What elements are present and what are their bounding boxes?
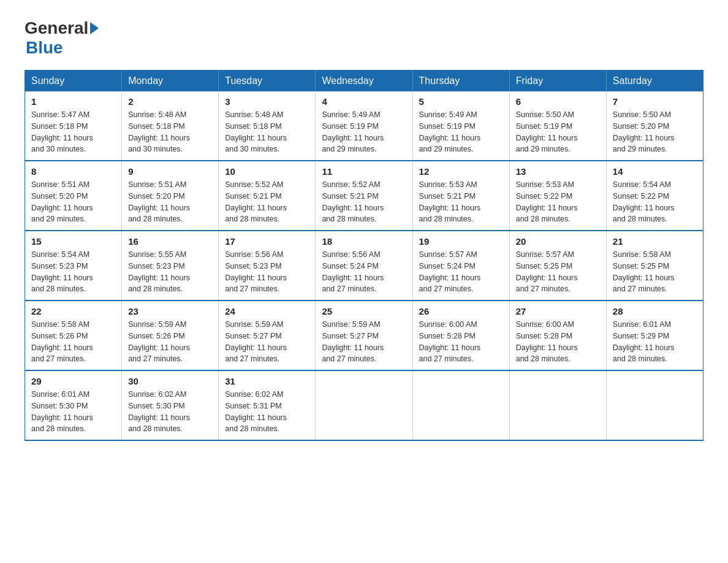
day-info: Sunrise: 5:51 AMSunset: 5:20 PMDaylight:… [31,179,115,225]
day-info: Sunrise: 5:58 AMSunset: 5:25 PMDaylight:… [613,249,697,295]
calendar-cell: 2Sunrise: 5:48 AMSunset: 5:18 PMDaylight… [122,91,219,161]
day-number: 18 [322,236,406,247]
calendar-cell [509,370,606,440]
day-number: 6 [516,96,600,107]
day-info: Sunrise: 5:57 AMSunset: 5:24 PMDaylight:… [419,249,503,295]
day-info: Sunrise: 5:55 AMSunset: 5:23 PMDaylight:… [128,249,212,295]
day-info: Sunrise: 6:00 AMSunset: 5:28 PMDaylight:… [419,319,503,365]
day-info: Sunrise: 5:50 AMSunset: 5:20 PMDaylight:… [613,109,697,155]
day-number: 7 [613,96,697,107]
calendar-cell: 21Sunrise: 5:58 AMSunset: 5:25 PMDayligh… [606,231,703,301]
calendar-cell: 15Sunrise: 5:54 AMSunset: 5:23 PMDayligh… [25,231,122,301]
calendar-cell: 20Sunrise: 5:57 AMSunset: 5:25 PMDayligh… [509,231,606,301]
day-info: Sunrise: 6:02 AMSunset: 5:31 PMDaylight:… [225,389,309,435]
day-number: 19 [419,236,503,247]
day-number: 10 [225,166,309,177]
day-number: 14 [613,166,697,177]
calendar-cell: 30Sunrise: 6:02 AMSunset: 5:30 PMDayligh… [122,370,219,440]
calendar-cell: 13Sunrise: 5:53 AMSunset: 5:22 PMDayligh… [509,161,606,231]
calendar-cell: 17Sunrise: 5:56 AMSunset: 5:23 PMDayligh… [219,231,316,301]
calendar-cell: 3Sunrise: 5:48 AMSunset: 5:18 PMDaylight… [219,91,316,161]
header-tuesday: Tuesday [219,71,316,92]
calendar-cell: 31Sunrise: 6:02 AMSunset: 5:31 PMDayligh… [219,370,316,440]
calendar-cell [606,370,703,440]
day-info: Sunrise: 5:56 AMSunset: 5:24 PMDaylight:… [322,249,406,295]
week-row-2: 8Sunrise: 5:51 AMSunset: 5:20 PMDaylight… [25,161,703,231]
day-number: 9 [128,166,212,177]
day-info: Sunrise: 5:51 AMSunset: 5:20 PMDaylight:… [128,179,212,225]
day-info: Sunrise: 5:59 AMSunset: 5:26 PMDaylight:… [128,319,212,365]
calendar-cell: 12Sunrise: 5:53 AMSunset: 5:21 PMDayligh… [412,161,509,231]
day-number: 26 [419,306,503,316]
day-number: 22 [31,306,115,316]
calendar-cell [316,370,412,440]
day-info: Sunrise: 5:48 AMSunset: 5:18 PMDaylight:… [225,109,309,155]
week-row-4: 22Sunrise: 5:58 AMSunset: 5:26 PMDayligh… [25,301,703,370]
day-info: Sunrise: 5:48 AMSunset: 5:18 PMDaylight:… [128,109,212,155]
day-info: Sunrise: 5:53 AMSunset: 5:21 PMDaylight:… [419,179,503,225]
calendar-cell: 9Sunrise: 5:51 AMSunset: 5:20 PMDaylight… [122,161,219,231]
day-number: 4 [322,96,406,107]
day-info: Sunrise: 5:56 AMSunset: 5:23 PMDaylight:… [225,249,309,295]
calendar-cell: 8Sunrise: 5:51 AMSunset: 5:20 PMDaylight… [25,161,122,231]
day-info: Sunrise: 5:53 AMSunset: 5:22 PMDaylight:… [516,179,600,225]
week-row-3: 15Sunrise: 5:54 AMSunset: 5:23 PMDayligh… [25,231,703,301]
header-friday: Friday [509,71,606,92]
day-info: Sunrise: 6:01 AMSunset: 5:29 PMDaylight:… [613,319,697,365]
day-number: 16 [128,236,212,247]
calendar-cell: 14Sunrise: 5:54 AMSunset: 5:22 PMDayligh… [606,161,703,231]
calendar-cell: 6Sunrise: 5:50 AMSunset: 5:19 PMDaylight… [509,91,606,161]
day-number: 8 [31,166,115,177]
calendar-cell: 22Sunrise: 5:58 AMSunset: 5:26 PMDayligh… [25,301,122,370]
day-number: 13 [516,166,600,177]
calendar-cell: 7Sunrise: 5:50 AMSunset: 5:20 PMDaylight… [606,91,703,161]
day-number: 31 [225,376,309,386]
day-number: 1 [31,96,115,107]
week-row-1: 1Sunrise: 5:47 AMSunset: 5:18 PMDaylight… [25,91,703,161]
header-saturday: Saturday [606,71,703,92]
day-info: Sunrise: 5:57 AMSunset: 5:25 PMDaylight:… [516,249,600,295]
day-info: Sunrise: 6:00 AMSunset: 5:28 PMDaylight:… [516,319,600,365]
calendar-cell: 11Sunrise: 5:52 AMSunset: 5:21 PMDayligh… [316,161,412,231]
calendar-cell: 25Sunrise: 5:59 AMSunset: 5:27 PMDayligh… [316,301,412,370]
calendar-cell [412,370,509,440]
day-info: Sunrise: 5:49 AMSunset: 5:19 PMDaylight:… [419,109,503,155]
logo-general-text: General [25,18,88,38]
calendar-cell: 4Sunrise: 5:49 AMSunset: 5:19 PMDaylight… [316,91,412,161]
day-number: 25 [322,306,406,316]
calendar-cell: 28Sunrise: 6:01 AMSunset: 5:29 PMDayligh… [606,301,703,370]
day-info: Sunrise: 5:59 AMSunset: 5:27 PMDaylight:… [225,319,309,365]
page-header: GeneralBlue [25,18,703,58]
day-number: 21 [613,236,697,247]
day-info: Sunrise: 5:58 AMSunset: 5:26 PMDaylight:… [31,319,115,365]
calendar-cell: 16Sunrise: 5:55 AMSunset: 5:23 PMDayligh… [122,231,219,301]
day-number: 20 [516,236,600,247]
day-number: 11 [322,166,406,177]
calendar-cell: 5Sunrise: 5:49 AMSunset: 5:19 PMDaylight… [412,91,509,161]
day-info: Sunrise: 5:49 AMSunset: 5:19 PMDaylight:… [322,109,406,155]
calendar-cell: 26Sunrise: 6:00 AMSunset: 5:28 PMDayligh… [412,301,509,370]
calendar-header: SundayMondayTuesdayWednesdayThursdayFrid… [25,71,703,92]
day-number: 29 [31,376,115,386]
calendar-cell: 29Sunrise: 6:01 AMSunset: 5:30 PMDayligh… [25,370,122,440]
day-number: 24 [225,306,309,316]
day-number: 28 [613,306,697,316]
day-info: Sunrise: 5:59 AMSunset: 5:27 PMDaylight:… [322,319,406,365]
calendar-cell: 19Sunrise: 5:57 AMSunset: 5:24 PMDayligh… [412,231,509,301]
calendar-cell: 1Sunrise: 5:47 AMSunset: 5:18 PMDaylight… [25,91,122,161]
calendar-cell: 18Sunrise: 5:56 AMSunset: 5:24 PMDayligh… [316,231,412,301]
day-info: Sunrise: 6:01 AMSunset: 5:30 PMDaylight:… [31,389,115,435]
day-info: Sunrise: 5:52 AMSunset: 5:21 PMDaylight:… [322,179,406,225]
day-info: Sunrise: 5:52 AMSunset: 5:21 PMDaylight:… [225,179,309,225]
calendar-cell: 27Sunrise: 6:00 AMSunset: 5:28 PMDayligh… [509,301,606,370]
logo-arrow-icon [90,22,99,34]
header-monday: Monday [122,71,219,92]
logo-blue-text: Blue [26,38,63,58]
header-row: SundayMondayTuesdayWednesdayThursdayFrid… [25,71,703,92]
day-number: 3 [225,96,309,107]
day-number: 12 [419,166,503,177]
day-number: 15 [31,236,115,247]
day-info: Sunrise: 5:54 AMSunset: 5:23 PMDaylight:… [31,249,115,295]
day-info: Sunrise: 5:47 AMSunset: 5:18 PMDaylight:… [31,109,115,155]
header-sunday: Sunday [25,71,122,92]
